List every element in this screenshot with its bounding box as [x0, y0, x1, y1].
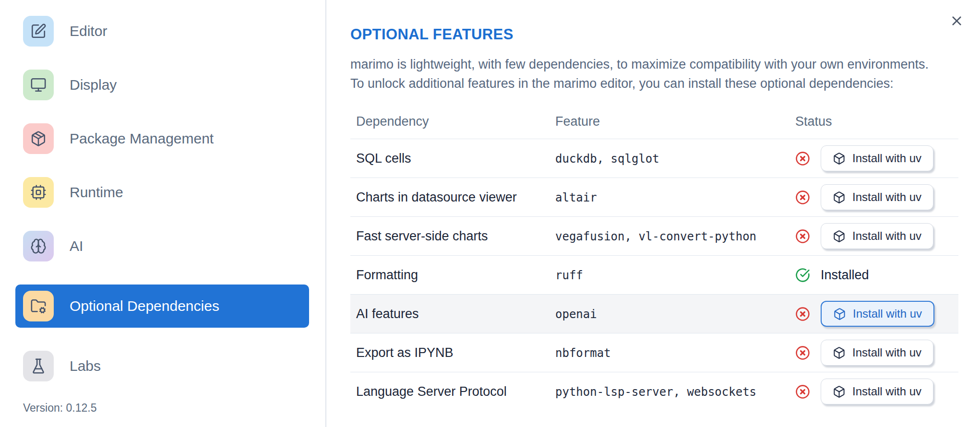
install-with-uv-button[interactable]: Install with uv — [821, 184, 933, 210]
flask-icon — [23, 351, 54, 381]
dependency-cell: Formatting — [350, 256, 550, 295]
edit-icon — [23, 16, 54, 47]
sidebar-item-package-management[interactable]: Package Management — [15, 123, 309, 154]
table-row: Export as IPYNBnbformatInstall with uv — [350, 333, 958, 372]
box-icon — [833, 230, 846, 243]
table-row: Language Server Protocolpython-lsp-serve… — [350, 372, 958, 411]
sidebar-item-editor[interactable]: Editor — [15, 16, 309, 47]
status-cell: Install with uv — [789, 295, 958, 333]
description-line: marimo is lightweight, with few dependen… — [350, 57, 929, 71]
install-with-uv-button[interactable]: Install with uv — [821, 379, 933, 404]
column-header-feature: Feature — [550, 108, 789, 139]
feature-text: altair — [555, 191, 597, 204]
sidebar-item-label: Display — [70, 77, 117, 93]
status-cell-content: Install with uv — [795, 379, 958, 404]
install-button-label: Install with uv — [852, 385, 921, 398]
dependency-cell: Charts in datasource viewer — [350, 178, 550, 217]
feature-cell: openai — [550, 295, 789, 333]
status-cell-content: Installed — [795, 268, 958, 283]
feature-text: nbformat — [555, 346, 611, 360]
status-cell: Install with uv — [789, 178, 958, 217]
monitor-icon — [23, 70, 54, 100]
circle-x-icon — [795, 151, 810, 166]
feature-cell: python-lsp-server, websockets — [550, 372, 789, 411]
sidebar-item-label: Package Management — [70, 130, 214, 147]
version-label: Version: 0.12.5 — [23, 402, 96, 415]
sidebar-item-label: Editor — [70, 23, 107, 39]
circle-check-icon — [795, 268, 810, 283]
feature-cell: nbformat — [550, 333, 789, 372]
table-row: Fast server-side chartsvegafusion, vl-co… — [350, 217, 958, 256]
feature-text: duckdb, sqlglot — [555, 152, 659, 166]
table-row: SQL cellsduckdb, sqlglotInstall with uv — [350, 139, 958, 178]
sidebar-item-display[interactable]: Display — [15, 70, 309, 100]
install-button-label: Install with uv — [852, 152, 921, 165]
table-header-row: Dependency Feature Status — [350, 108, 958, 139]
status-cell-content: Install with uv — [795, 184, 958, 210]
feature-text: openai — [555, 308, 597, 321]
install-button-label: Install with uv — [852, 346, 921, 359]
dependency-cell: Fast server-side charts — [350, 217, 550, 256]
circle-x-icon — [795, 345, 810, 360]
feature-text: python-lsp-server, websockets — [555, 385, 756, 399]
dependency-cell: Export as IPYNB — [350, 333, 550, 372]
sidebar-item-label: Runtime — [70, 184, 123, 201]
panel-title: OPTIONAL FEATURES — [350, 26, 958, 43]
box-icon — [833, 152, 846, 165]
status-cell: Install with uv — [789, 333, 958, 372]
feature-cell: duckdb, sqlglot — [550, 139, 789, 178]
sidebar-item-ai[interactable]: AI — [15, 231, 309, 261]
cpu-icon — [23, 177, 54, 208]
feature-cell: altair — [550, 178, 789, 217]
status-cell-content: Install with uv — [795, 301, 958, 327]
table-row: AI featuresopenaiInstall with uv — [350, 295, 958, 333]
feature-text: vegafusion, vl-convert-python — [555, 230, 756, 243]
feature-cell: ruff — [550, 256, 789, 295]
settings-dialog: EditorDisplayPackage ManagementRuntimeAI… — [0, 0, 980, 427]
status-cell: Install with uv — [789, 372, 958, 411]
install-with-uv-button[interactable]: Install with uv — [821, 340, 933, 366]
feature-cell: vegafusion, vl-convert-python — [550, 217, 789, 256]
install-button-label: Install with uv — [852, 190, 921, 204]
table-row: Charts in datasource vieweraltairInstall… — [350, 178, 958, 217]
sidebar-item-labs[interactable]: Labs — [15, 351, 309, 381]
features-table: Dependency Feature Status SQL cellsduckd… — [350, 108, 958, 411]
brain-icon — [23, 231, 54, 261]
optional-features-panel: OPTIONAL FEATURES marimo is lightweight,… — [326, 0, 980, 427]
sidebar-item-label: Labs — [70, 358, 101, 374]
close-icon — [949, 13, 964, 28]
package-icon — [23, 123, 54, 154]
table-body: SQL cellsduckdb, sqlglotInstall with uvC… — [350, 139, 958, 411]
box-icon — [833, 385, 846, 398]
circle-x-icon — [795, 384, 810, 399]
installed-label: Installed — [821, 268, 869, 283]
install-with-uv-button[interactable]: Install with uv — [821, 145, 933, 171]
sidebar-nav: EditorDisplayPackage ManagementRuntimeAI… — [0, 0, 325, 381]
column-header-dependency: Dependency — [350, 108, 550, 139]
install-with-uv-button[interactable]: Install with uv — [821, 301, 934, 327]
status-cell: Installed — [789, 256, 958, 295]
box-icon — [833, 346, 846, 359]
close-button[interactable] — [945, 10, 968, 32]
status-cell-content: Install with uv — [795, 223, 958, 249]
dependency-cell: AI features — [350, 295, 550, 333]
circle-x-icon — [795, 190, 810, 205]
settings-sidebar: EditorDisplayPackage ManagementRuntimeAI… — [0, 0, 326, 427]
sidebar-item-label: Optional Dependencies — [70, 298, 219, 314]
install-with-uv-button[interactable]: Install with uv — [821, 223, 933, 249]
dependency-cell: SQL cells — [350, 139, 550, 178]
sidebar-item-optional-dependencies[interactable]: Optional Dependencies — [15, 285, 309, 328]
status-cell-content: Install with uv — [795, 145, 958, 171]
sidebar-item-runtime[interactable]: Runtime — [15, 177, 309, 208]
box-icon — [833, 191, 846, 204]
box-icon — [833, 308, 846, 320]
table-row: FormattingruffInstalled — [350, 256, 958, 295]
feature-text: ruff — [555, 269, 583, 282]
panel-description: marimo is lightweight, with few dependen… — [350, 55, 958, 93]
install-button-label: Install with uv — [852, 229, 921, 243]
status-cell: Install with uv — [789, 217, 958, 256]
dependency-cell: Language Server Protocol — [350, 372, 550, 411]
install-button-label: Install with uv — [853, 307, 922, 320]
circle-x-icon — [795, 307, 810, 321]
column-header-status: Status — [789, 108, 958, 139]
